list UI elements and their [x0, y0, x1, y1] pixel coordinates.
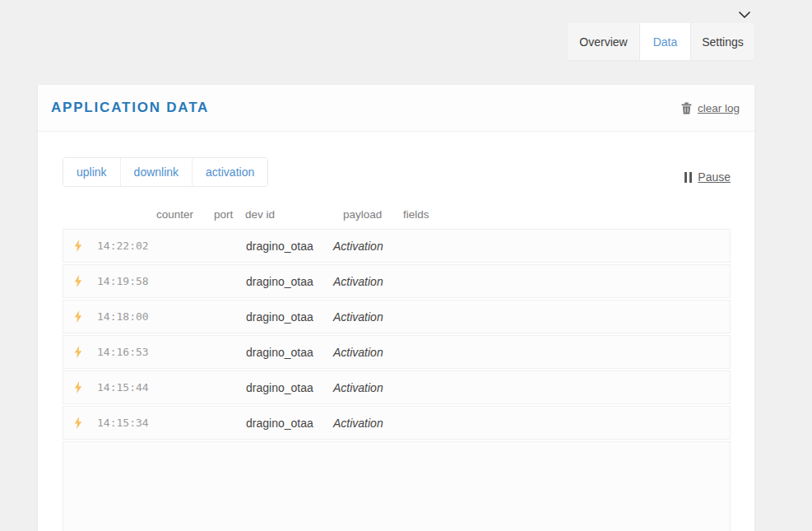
event-time: 14:19:58 — [93, 275, 157, 287]
column-header-fields: fields — [403, 208, 461, 221]
lightning-bolt-icon — [74, 310, 82, 323]
message-type-filter-group: uplink downlink activation — [63, 157, 268, 187]
clear-log-label: clear log — [698, 102, 740, 114]
column-header-counter: counter — [156, 208, 214, 221]
table-row[interactable]: 14:22:02 dragino_otaa Activation — [63, 229, 731, 263]
table-row[interactable]: 14:15:34 dragino_otaa Activation — [63, 406, 731, 440]
cell-payload: Activation — [333, 346, 404, 359]
cell-dev-id: dragino_otaa — [246, 275, 333, 288]
trash-icon — [681, 102, 692, 114]
cell-payload: Activation — [333, 240, 404, 253]
lightning-bolt-icon — [74, 240, 82, 252]
event-time: 14:15:34 — [93, 417, 157, 429]
clear-log-button[interactable]: clear log — [681, 102, 740, 114]
cell-dev-id: dragino_otaa — [246, 417, 333, 430]
tab-settings[interactable]: Settings — [690, 23, 754, 60]
event-time: 14:22:02 — [93, 240, 157, 252]
tab-data[interactable]: Data — [639, 23, 690, 60]
pause-icon — [684, 172, 692, 183]
column-header-port: port — [214, 208, 245, 221]
column-header-dev-id: dev id — [245, 208, 332, 221]
filter-downlink[interactable]: downlink — [120, 158, 192, 186]
lightning-bolt-icon — [74, 417, 82, 429]
page-title: APPLICATION DATA — [51, 100, 209, 116]
chevron-down-icon[interactable] — [736, 9, 753, 21]
table-row[interactable]: 14:15:44 dragino_otaa Activation — [63, 370, 731, 404]
cell-dev-id: dragino_otaa — [246, 346, 333, 359]
cell-payload: Activation — [333, 417, 404, 430]
cell-payload: Activation — [333, 381, 404, 394]
event-time: 14:18:00 — [93, 310, 157, 323]
table-header-row: counter port dev id payload fields — [63, 208, 731, 229]
top-tab-bar: Overview Data Settings — [568, 23, 754, 60]
pause-button[interactable]: Pause — [684, 170, 731, 184]
table-row[interactable]: 14:16:53 dragino_otaa Activation — [63, 335, 731, 369]
cell-payload: Activation — [333, 275, 404, 288]
table-empty-area — [63, 441, 731, 531]
cell-dev-id: dragino_otaa — [246, 240, 333, 253]
table-row[interactable]: 14:19:58 dragino_otaa Activation — [63, 264, 731, 298]
panel-header: APPLICATION DATA clear log — [38, 85, 754, 132]
cell-dev-id: dragino_otaa — [246, 381, 333, 394]
column-header-payload: payload — [332, 208, 403, 221]
event-time: 14:16:53 — [93, 346, 157, 358]
cell-payload: Activation — [333, 310, 404, 324]
cell-dev-id: dragino_otaa — [246, 310, 333, 324]
pause-label: Pause — [698, 170, 731, 184]
filter-uplink[interactable]: uplink — [63, 158, 120, 186]
tab-overview[interactable]: Overview — [568, 23, 639, 60]
table-row[interactable]: 14:18:00 dragino_otaa Activation — [63, 300, 731, 333]
lightning-bolt-icon — [74, 275, 82, 287]
lightning-bolt-icon — [74, 346, 82, 358]
lightning-bolt-icon — [74, 381, 82, 394]
data-toolbar: uplink downlink activation Pause — [63, 157, 731, 187]
panel-body: uplink downlink activation Pause counter… — [38, 132, 754, 531]
event-time: 14:15:44 — [93, 381, 157, 394]
ttn-application-data-page: { "top_tabs": { "items": [ { "label": "O… — [0, 0, 812, 531]
application-data-panel: APPLICATION DATA clear log uplink downli… — [38, 85, 754, 531]
filter-activation[interactable]: activation — [192, 158, 267, 186]
